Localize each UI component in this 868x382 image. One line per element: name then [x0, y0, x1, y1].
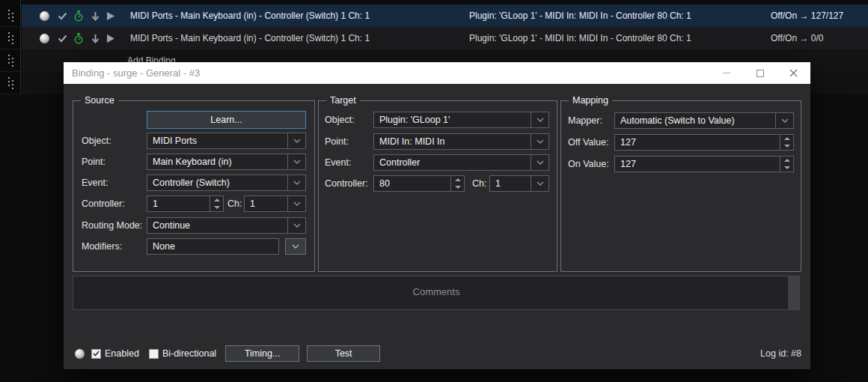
- mapping-group: Mapping Mapper: Automatic (Switch to Val…: [560, 100, 801, 272]
- source-object-select[interactable]: MIDI Ports: [147, 133, 306, 149]
- source-modifiers-label: Modifiers:: [82, 238, 122, 255]
- target-controller-label: Controller:: [325, 175, 368, 192]
- comments-scrollbar[interactable]: [788, 276, 799, 309]
- source-routing-mode-select[interactable]: Continue: [147, 217, 306, 234]
- source-ch-select[interactable]: 1: [244, 195, 306, 212]
- source-modifiers-field[interactable]: None: [147, 238, 279, 255]
- spinner-arrows-icon[interactable]: [780, 135, 793, 150]
- target-point-label: Point:: [325, 133, 349, 150]
- target-group: Target Object: Plugin: 'GLoop 1' Point: …: [318, 100, 557, 272]
- chevron-down-icon: [775, 113, 793, 128]
- target-object-label: Object:: [325, 112, 355, 128]
- source-point-select[interactable]: Main Keyboard (in): [147, 154, 306, 170]
- source-controller-label: Controller:: [82, 195, 125, 212]
- minimize-button[interactable]: [709, 62, 743, 84]
- checkmark-icon: [58, 12, 67, 20]
- source-modifiers-dropdown-button[interactable]: [285, 238, 306, 255]
- dialog-titlebar: Binding - surge - General - #3: [64, 62, 810, 84]
- source-group-legend: Source: [81, 95, 118, 106]
- chevron-down-icon: [531, 176, 548, 191]
- down-arrow-icon: [91, 11, 100, 21]
- learn-button[interactable]: Learn...: [147, 111, 306, 129]
- binding-target-text: Plugin: 'GLoop 1' - MIDI In: MIDI In - C…: [469, 33, 691, 43]
- binding-target-text: Plugin: 'GLoop 1' - MIDI In: MIDI In - C…: [469, 10, 691, 21]
- source-object-label: Object:: [82, 133, 111, 149]
- off-value-input[interactable]: 127: [614, 134, 794, 151]
- chevron-down-icon: [287, 154, 305, 169]
- target-ch-select[interactable]: 1: [489, 175, 549, 192]
- dialog-title: Binding - surge - General - #3: [72, 67, 200, 79]
- dialog-footer: Enabled Bi-directional Timing... Test Lo…: [73, 345, 801, 363]
- chevron-down-icon: [287, 133, 305, 148]
- checkmark-icon: [93, 351, 100, 357]
- binding-value-text: Off/On → 127/127: [771, 10, 843, 21]
- drag-handle-icon[interactable]: [0, 72, 21, 94]
- source-controller-input[interactable]: 1: [147, 195, 224, 212]
- bidirectional-label: Bi-directional: [162, 348, 216, 359]
- target-object-select[interactable]: Plugin: 'GLoop 1': [373, 112, 549, 128]
- led-indicator-icon: [40, 11, 49, 21]
- maximize-button[interactable]: [743, 62, 777, 84]
- bidirectional-checkbox[interactable]: [149, 349, 159, 359]
- checkmark-icon: [58, 34, 67, 43]
- source-ch-label: Ch:: [227, 195, 242, 212]
- drag-handle-icon[interactable]: [0, 4, 21, 27]
- binding-row[interactable]: MIDI Ports - Main Keyboard (in) - Contro…: [22, 27, 868, 49]
- led-indicator-icon: [40, 34, 49, 43]
- timing-button[interactable]: Timing...: [225, 345, 299, 362]
- source-routing-mode-label: Routing Mode:: [82, 217, 142, 234]
- source-point-label: Point:: [82, 154, 106, 170]
- source-event-label: Event:: [82, 175, 108, 191]
- mapper-select[interactable]: Automatic (Switch to Value): [614, 112, 794, 129]
- source-group: Source Learn... Object: MIDI Ports Point…: [73, 100, 315, 272]
- chevron-down-icon: [287, 196, 305, 211]
- binding-value-text: Off/On → 0/0: [771, 33, 823, 43]
- timer-icon: [73, 33, 84, 44]
- binding-source-text: MIDI Ports - Main Keyboard (in) - Contro…: [130, 33, 370, 43]
- mapper-label: Mapper:: [568, 112, 602, 129]
- off-value-label: Off Value:: [568, 134, 608, 151]
- on-value-label: On Value:: [568, 156, 609, 172]
- spinner-arrows-icon[interactable]: [210, 196, 223, 211]
- play-icon: [106, 34, 115, 43]
- play-icon: [106, 11, 115, 21]
- minimize-icon: [723, 73, 730, 73]
- timer-icon: [73, 10, 84, 22]
- comments-section: [73, 276, 800, 310]
- target-group-legend: Target: [326, 95, 360, 106]
- target-ch-label: Ch:: [472, 175, 486, 192]
- down-arrow-icon: [91, 34, 100, 43]
- chevron-down-icon: [287, 175, 305, 190]
- target-controller-input[interactable]: 80: [373, 175, 465, 192]
- binding-source-text: MIDI Ports - Main Keyboard (in) - Contro…: [130, 10, 370, 21]
- spinner-arrows-icon[interactable]: [450, 176, 464, 191]
- on-value-input[interactable]: 127: [614, 156, 794, 172]
- binding-dialog: Binding - surge - General - #3 Source Le…: [64, 62, 810, 369]
- close-button[interactable]: [777, 62, 810, 84]
- app-screen: MIDI Ports - Main Keyboard (in) - Contro…: [0, 0, 868, 382]
- spinner-arrows-icon[interactable]: [780, 157, 793, 172]
- close-icon: [789, 69, 798, 77]
- comments-input[interactable]: [73, 276, 800, 310]
- window-buttons: [709, 62, 810, 84]
- chevron-down-icon: [531, 155, 548, 170]
- drag-handle-icon[interactable]: [0, 27, 21, 49]
- binding-list-grip-column: [0, 0, 21, 94]
- target-event-select[interactable]: Controller: [373, 154, 549, 171]
- drag-handle-icon[interactable]: [0, 49, 21, 72]
- chevron-down-icon: [292, 244, 299, 249]
- chevron-down-icon: [287, 218, 305, 233]
- binding-row-selected[interactable]: MIDI Ports - Main Keyboard (in) - Contro…: [22, 4, 868, 27]
- enabled-label: Enabled: [105, 348, 139, 359]
- led-indicator-icon: [75, 349, 85, 359]
- maximize-icon: [757, 70, 764, 77]
- chevron-down-icon: [531, 134, 548, 149]
- test-button[interactable]: Test: [307, 345, 380, 362]
- target-event-label: Event:: [325, 154, 351, 171]
- log-id-label: Log id: #8: [760, 348, 801, 359]
- enabled-checkbox[interactable]: [91, 349, 101, 359]
- target-point-select[interactable]: MIDI In: MIDI In: [373, 133, 549, 150]
- chevron-down-icon: [531, 112, 548, 127]
- mapping-group-legend: Mapping: [569, 95, 612, 106]
- source-event-select[interactable]: Controller (Switch): [147, 175, 306, 191]
